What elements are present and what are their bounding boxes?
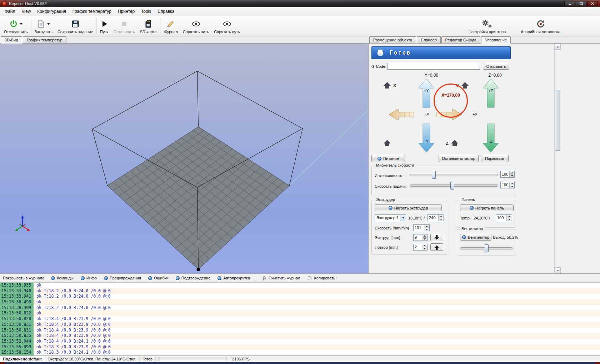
heat-extruder-button[interactable]: Нагреть экструдер — [375, 204, 442, 211]
jog-plus-x-button[interactable]: +X — [436, 108, 462, 121]
tab-control[interactable]: Управление — [481, 36, 511, 44]
title-bar[interactable]: Repetier-Host V0.95E — [0, 0, 600, 7]
spin-down-button[interactable] — [439, 218, 444, 221]
spin-down-button[interactable] — [507, 218, 512, 221]
minimize-button[interactable] — [564, 1, 575, 6]
gcode-input[interactable] — [387, 63, 480, 70]
extruder-target-value[interactable]: 240 — [428, 215, 438, 221]
toolbar-journal-button[interactable]: Журнал — [161, 17, 180, 36]
fan-toggle-button[interactable]: Вентилятор — [460, 234, 491, 241]
spin-down-button[interactable] — [422, 247, 427, 250]
jog-minus-z-button[interactable]: -Z — [482, 123, 499, 153]
log-toggle-ack[interactable]: Подтверждение — [174, 275, 212, 281]
menu-printer[interactable]: Принтер — [115, 7, 138, 15]
retract-value[interactable]: 2 — [414, 244, 422, 250]
log-toggle-commands[interactable]: Команды — [50, 275, 75, 281]
dropdown-caret-icon[interactable] — [47, 23, 50, 25]
home-y-button[interactable]: Y — [456, 81, 469, 89]
log-message: ok T:18.4 /0.0 B:23.9 /0.0 @:0 — [34, 333, 111, 339]
spin-up-button[interactable] — [510, 182, 514, 185]
jog-minus-y-button[interactable]: -Y — [418, 123, 435, 153]
toolbar-emergency-stop-button[interactable]: Аварийная остановка — [518, 17, 563, 36]
tab-3d-view[interactable]: 3D-Вид — [1, 36, 22, 44]
spin-up-button[interactable] — [422, 244, 427, 247]
park-button[interactable]: Парковать — [481, 155, 509, 162]
stop-motor-button[interactable]: Остановить мотор — [439, 155, 479, 162]
feed-value[interactable]: 100 — [501, 182, 509, 188]
spin-down-button[interactable] — [510, 185, 514, 188]
extruder-target-spinner[interactable]: 240 — [428, 214, 444, 221]
feed-spinner[interactable]: 100 — [500, 182, 515, 188]
copy-log-button[interactable]: Копировать — [306, 275, 336, 282]
extruder-speed-value[interactable]: 101 — [414, 225, 424, 231]
spin-up-button[interactable] — [510, 171, 514, 174]
dropdown-caret-icon[interactable] — [20, 23, 22, 25]
tab-object-placement[interactable]: Размещение объекта — [369, 36, 416, 44]
power-toggle-button[interactable]: Питание — [371, 155, 405, 162]
send-gcode-button[interactable]: Отправить — [483, 63, 509, 70]
heat-bed-button[interactable]: Нагреть панель — [460, 204, 514, 211]
bed-target-value[interactable]: 100 — [496, 215, 506, 221]
spin-up-button[interactable] — [439, 215, 444, 218]
jog-minus-x-button[interactable]: -X — [389, 108, 414, 121]
slider-thumb[interactable] — [450, 182, 454, 189]
menu-file[interactable]: Файл — [1, 7, 19, 15]
fan-slider[interactable] — [460, 244, 513, 252]
3d-viewport[interactable] — [0, 44, 368, 273]
home-all-button[interactable] — [383, 139, 391, 147]
bed-target-spinner[interactable]: 100 — [496, 214, 512, 221]
extruder-select[interactable]: Экструдер 1 — [375, 214, 406, 221]
3d-view[interactable] — [0, 44, 369, 273]
flow-spinner[interactable]: 100 — [500, 171, 515, 178]
extrude-value[interactable]: 9 — [414, 234, 422, 241]
menu-help[interactable]: Справка — [154, 7, 178, 15]
tab-slicer[interactable]: Слайсер — [417, 36, 440, 44]
close-button[interactable] — [587, 1, 598, 6]
retract-up-button[interactable] — [430, 243, 443, 251]
feed-slider[interactable] — [410, 182, 498, 189]
combo-caret-icon[interactable] — [400, 215, 406, 221]
retract-spinner[interactable]: 2 — [413, 244, 428, 251]
jog-plus-z-button[interactable]: +Z — [482, 79, 499, 108]
toolbar-load-button[interactable]: Загрузить — [32, 17, 55, 36]
spin-up-button[interactable] — [422, 234, 427, 237]
clear-log-button[interactable]: Очистить журнал — [260, 275, 302, 282]
scroll-up-button[interactable] — [555, 44, 561, 50]
spin-up-button[interactable] — [424, 225, 429, 228]
menu-tools[interactable]: Tools — [138, 7, 154, 15]
extrude-spinner[interactable]: 9 — [413, 234, 428, 241]
toolbar-hide-filament-button[interactable]: Спрятать нить — [180, 17, 211, 36]
toolbar-printer-settings-button[interactable]: Настройки принтера — [466, 17, 509, 36]
spin-up-button[interactable] — [507, 215, 512, 218]
scroll-thumb[interactable] — [555, 90, 560, 151]
log-area[interactable]: 15:13:33.935ok 15:13:33.940ok T:18.2 /0.… — [0, 283, 600, 355]
toolbar-start-button[interactable]: Пуск — [98, 17, 111, 36]
log-toggle-info[interactable]: Инфо — [79, 275, 98, 281]
toolbar-sd-card-button[interactable]: SD-карта — [138, 17, 159, 36]
slider-thumb[interactable] — [432, 171, 436, 179]
tab-gcode-editor[interactable]: Редактор G-Кода — [441, 36, 480, 44]
menu-config[interactable]: Конфигурация — [34, 7, 69, 15]
spin-down-button[interactable] — [510, 174, 514, 177]
flow-slider[interactable] — [410, 171, 498, 179]
log-toggle-autoscroll[interactable]: Автопрокрутка — [216, 275, 251, 281]
extruder-speed-spinner[interactable]: 101 — [413, 224, 430, 231]
spin-down-button[interactable] — [422, 237, 427, 241]
menu-view[interactable]: View — [19, 7, 34, 15]
flow-value[interactable]: 100 — [501, 171, 509, 177]
maximize-button[interactable] — [576, 1, 586, 6]
toolbar-hide-travel-button[interactable]: Спрятать путь — [211, 17, 242, 36]
home-x-button[interactable]: X — [383, 81, 396, 89]
log-toggle-warnings[interactable]: Предупраждения — [102, 275, 142, 281]
home-z-button[interactable]: Z — [446, 139, 459, 147]
log-toggle-errors[interactable]: Ошибки — [147, 275, 170, 281]
slider-thumb[interactable] — [485, 244, 489, 252]
spin-down-button[interactable] — [424, 228, 429, 231]
toolbar-save-job-button[interactable]: Сохранить задание — [55, 17, 96, 36]
extrude-down-button[interactable] — [430, 234, 443, 241]
menu-temp-graph[interactable]: График температур — [69, 7, 115, 15]
tab-temp-graph[interactable]: График температур — [23, 36, 66, 44]
scroll-down-button[interactable] — [555, 267, 561, 273]
toolbar-disconnect-button[interactable]: Отсоединить — [1, 17, 30, 36]
panel-scrollbar[interactable] — [554, 44, 560, 273]
